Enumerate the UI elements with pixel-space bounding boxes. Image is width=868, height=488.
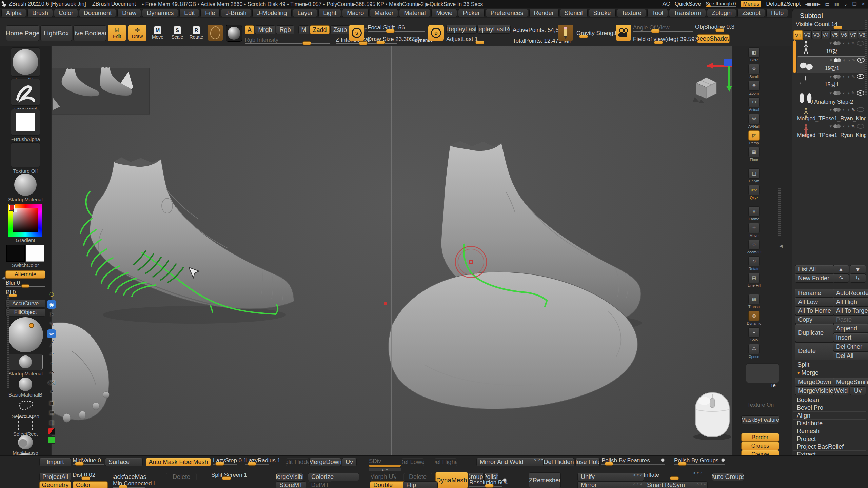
brush-select-lasso[interactable]: SelectLasso bbox=[4, 399, 47, 419]
quicksave-button[interactable]: QuickSave bbox=[675, 1, 701, 7]
right-collapse-arrow[interactable]: ◀ bbox=[779, 243, 783, 248]
menu-item[interactable]: Color bbox=[54, 9, 78, 17]
red-swatch[interactable] bbox=[48, 428, 55, 435]
menu-item[interactable]: Edit bbox=[179, 9, 199, 17]
accucurve-button[interactable]: AccuCurve bbox=[5, 300, 45, 308]
del-hidden-button[interactable]: Del Hidden bbox=[543, 458, 574, 466]
delete-button[interactable]: Delete bbox=[795, 342, 834, 360]
scroll-button[interactable]: ✥Scroll bbox=[748, 64, 760, 79]
mirror-and-weld-button[interactable]: Mirror And WeldX Y Z bbox=[476, 458, 545, 466]
del-lower-button[interactable]: Del Lower bbox=[402, 458, 424, 466]
highlighter-icon[interactable]: ✏ bbox=[47, 329, 56, 338]
deep-shadow-button[interactable]: DeepShadow bbox=[697, 34, 730, 43]
list-all-button[interactable]: List All bbox=[795, 265, 834, 274]
menu-item[interactable]: Movie bbox=[431, 9, 457, 17]
auto-groups-button[interactable]: Auto Groups bbox=[712, 473, 744, 481]
rf-slider[interactable]: Rf 0 bbox=[6, 289, 45, 297]
menu-item[interactable]: Draw bbox=[117, 9, 141, 17]
color-picker-hue-ring[interactable] bbox=[8, 204, 42, 237]
merge-down-button[interactable]: MergeDown bbox=[795, 378, 834, 386]
menu-item[interactable]: Tool bbox=[647, 9, 668, 17]
zsub-button[interactable]: Zsub bbox=[330, 25, 350, 34]
material-startup[interactable]: StartupMaterial bbox=[4, 174, 47, 202]
v3-button[interactable]: V3 bbox=[812, 30, 821, 39]
frame-button[interactable]: #Frame bbox=[748, 206, 760, 221]
resolution-slider[interactable]: Resolution 504 bbox=[469, 480, 502, 488]
move-button[interactable]: M Move bbox=[149, 25, 167, 41]
close-holes-button[interactable]: Close Holes bbox=[575, 458, 600, 466]
del-higher-button[interactable]: Del Higher bbox=[435, 458, 457, 466]
panel-scrollbar[interactable] bbox=[865, 20, 867, 95]
right-scroll-strip[interactable] bbox=[778, 188, 781, 236]
dist-slider[interactable]: Dist 0.02 bbox=[73, 472, 104, 480]
minimize-icon[interactable]: ⌄ bbox=[844, 1, 848, 7]
alpha-brushalpha[interactable]: ~BrushAlpha bbox=[4, 109, 47, 142]
menu-item[interactable]: Light bbox=[318, 9, 341, 17]
material-startup-2[interactable]: StartupMaterial bbox=[4, 354, 47, 377]
speech-icon[interactable]: ❝ bbox=[47, 388, 56, 397]
material-basic-b[interactable]: BasicMaterialB bbox=[4, 378, 47, 398]
light-placement-sphere[interactable] bbox=[4, 317, 47, 352]
zoom3d-button[interactable]: ◇Zoom3D bbox=[747, 240, 761, 254]
obj-shadow-slider[interactable]: ObjShadow 0.3 bbox=[695, 24, 773, 32]
menu-item[interactable]: Preferences bbox=[486, 9, 528, 17]
v4-button[interactable]: V4 bbox=[821, 30, 830, 39]
del-all-button[interactable]: Del All bbox=[833, 351, 868, 360]
flip-button[interactable]: Flip bbox=[403, 481, 438, 488]
del-other-button[interactable]: Del Other bbox=[833, 342, 868, 351]
uv-button[interactable]: Uv bbox=[850, 386, 866, 395]
weld-button[interactable]: Weld bbox=[833, 386, 849, 395]
all-high-button[interactable]: All High bbox=[833, 298, 868, 306]
subtool-row[interactable]: ▾◐◑✎ 15강1 bbox=[797, 73, 866, 89]
floor-button[interactable]: ▦Floor bbox=[748, 147, 760, 162]
morph-uv-button[interactable]: Morph UV bbox=[371, 473, 396, 481]
v2-button[interactable]: V2 bbox=[803, 30, 812, 39]
default-zscript-button[interactable]: DefaultZScript bbox=[766, 1, 800, 7]
new-folder-button[interactable]: New Folder bbox=[795, 274, 834, 283]
lsym-button[interactable]: ◫L.Sym bbox=[748, 168, 760, 183]
v7-button[interactable]: V7 bbox=[849, 30, 857, 39]
sdiv-stepper[interactable]: ▲▼ bbox=[369, 468, 401, 471]
delete-dim-button-2[interactable]: Delete bbox=[403, 473, 432, 481]
uv-button-bottom[interactable]: Uv bbox=[342, 458, 357, 466]
lightbulb-icon[interactable]: ❍ bbox=[47, 290, 56, 299]
edit-button[interactable]: ⌻ Edit bbox=[108, 25, 126, 41]
storemt-button[interactable]: StoreMT bbox=[276, 481, 306, 488]
focal-shift-slider[interactable]: Focal Shift -56 bbox=[368, 25, 425, 33]
image-icon[interactable]: ▣ bbox=[47, 398, 56, 407]
auto-mask-fibermesh-button[interactable]: Auto Mask FiberMesh bbox=[146, 458, 211, 466]
menu-item[interactable]: J-Brush bbox=[221, 9, 251, 17]
green-swatch[interactable] bbox=[48, 436, 55, 444]
m-button[interactable]: M bbox=[298, 25, 309, 34]
brush-select-rect[interactable]: SelectRect bbox=[4, 417, 47, 437]
dynamic-button[interactable]: ◍Dynamic bbox=[747, 311, 762, 325]
sdiv-label[interactable]: SDiv bbox=[369, 458, 381, 465]
all-to-target-button[interactable]: All To Target bbox=[833, 306, 868, 315]
stroke-curve-icon[interactable]: S bbox=[349, 25, 364, 41]
resolution-dot[interactable] bbox=[503, 478, 507, 482]
mergedown-button-bottom[interactable]: MergeDown bbox=[309, 458, 341, 466]
anchor-a-button[interactable]: A bbox=[245, 25, 254, 34]
dot-icon[interactable]: • bbox=[47, 359, 56, 368]
v1-button[interactable]: V1 bbox=[793, 30, 803, 40]
remesh-button[interactable]: Remesh bbox=[793, 427, 866, 435]
insert-button[interactable]: Insert bbox=[833, 333, 868, 342]
alternate-button[interactable]: Alternate bbox=[5, 270, 45, 279]
subtool-row[interactable]: ▾◐◑✎ Merged_TPose1_Ryan_Kingslier bbox=[797, 123, 866, 139]
menu-item[interactable]: Alpha bbox=[1, 9, 26, 17]
pen-icon[interactable]: ✎ bbox=[47, 320, 56, 328]
layout-icon[interactable]: ▤ bbox=[825, 1, 830, 7]
solo-button[interactable]: ●Solo bbox=[748, 327, 760, 342]
groups-button[interactable]: Groups bbox=[741, 442, 779, 450]
min-connected-slider[interactable]: Min Connected I bbox=[113, 481, 145, 488]
sculpt-viewport[interactable] bbox=[52, 46, 732, 455]
eraser-icon[interactable]: ▱ bbox=[47, 349, 56, 358]
main-color-swatch[interactable] bbox=[6, 245, 25, 262]
menu-item[interactable]: Brush bbox=[27, 9, 53, 17]
zremesher-button[interactable]: ZRemesher bbox=[529, 472, 561, 488]
polish-by-groups-slider[interactable]: Polish By Groups bbox=[674, 458, 725, 466]
surface-button[interactable]: Surface bbox=[105, 458, 143, 466]
restore-icon[interactable]: ❒ bbox=[852, 1, 857, 7]
inflate-slider[interactable]: InflateX Y Z bbox=[644, 472, 704, 480]
split-section-label[interactable]: Split bbox=[797, 361, 809, 368]
